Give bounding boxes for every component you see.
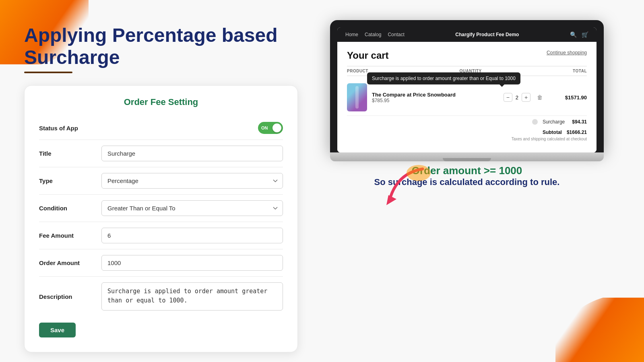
form-card: Order Fee Setting Status of App ON Title… — [24, 85, 298, 352]
condition-row: Condition Greater Than or Equal To Less … — [39, 195, 283, 222]
order-amount-input[interactable] — [101, 255, 283, 271]
cart-title: Your cart — [347, 50, 389, 61]
cart-area: Your cart Continue shopping PRODUCT QUAN… — [337, 42, 597, 152]
surcharge-tooltip: Surcharge is applied to order amount gre… — [367, 72, 520, 84]
col-product: PRODUCT — [347, 69, 368, 73]
trash-icon[interactable]: 🗑 — [537, 94, 543, 101]
type-select[interactable]: Percentage Fixed — [101, 173, 283, 189]
product-price: $785.95 — [372, 98, 487, 103]
surcharge-amount: $94.31 — [572, 119, 587, 125]
status-toggle[interactable]: ON — [258, 122, 283, 134]
description-label: Description — [39, 293, 101, 300]
subtotal-row: Subtotal $1666.21 — [347, 128, 587, 137]
svg-marker-0 — [386, 195, 396, 205]
nav-contact[interactable]: Contact — [388, 32, 404, 37]
status-label: Status of App — [39, 125, 258, 132]
surcharge-summary-row: Surcharge $94.31 — [347, 116, 587, 128]
surcharge-dot — [532, 119, 538, 125]
status-row: Status of App ON — [39, 116, 283, 140]
continue-shopping-link[interactable]: Continue shopping — [547, 50, 587, 56]
surcharge-label: Surcharge — [543, 119, 565, 125]
type-field-label: Type — [39, 177, 101, 184]
left-panel: Applying Percentage based Surcharge Orde… — [24, 16, 298, 346]
laptop-base — [330, 152, 604, 161]
toggle-thumb — [272, 123, 281, 132]
arrow-decoration — [366, 161, 431, 211]
store-nav: Home Catalog Contact Chargify Product Fe… — [337, 27, 597, 42]
subtotal-label: Subtotal — [543, 130, 562, 135]
cart-icon[interactable]: 🛒 — [582, 31, 588, 38]
subtotal-amount: $1666.21 — [567, 130, 587, 135]
cart-title-row: Your cart Continue shopping — [347, 50, 587, 61]
qty-controls: − 2 + 🗑 — [504, 93, 543, 102]
product-info: The Compare at Price Snowboard $785.95 — [372, 92, 487, 103]
qty-increase-btn[interactable]: + — [522, 93, 530, 102]
laptop-screen-inner: Home Catalog Contact Chargify Product Fe… — [337, 27, 597, 152]
product-name: The Compare at Price Snowboard — [372, 92, 487, 98]
fee-amount-row: Fee Amount — [39, 222, 283, 249]
search-icon[interactable]: 🔍 — [570, 31, 577, 38]
store-brand: Chargify Product Fee Demo — [455, 32, 519, 37]
title-row: Title — [39, 140, 283, 167]
title-field-label: Title — [39, 150, 101, 157]
item-total: $1571.90 — [559, 95, 587, 101]
condition-field-label: Condition — [39, 205, 101, 212]
tax-text: Taxes and shipping calculated at checkou… — [347, 137, 587, 144]
save-button[interactable]: Save — [39, 323, 76, 337]
laptop-mockup: Home Catalog Contact Chargify Product Fe… — [330, 20, 604, 161]
right-panel: Home Catalog Contact Chargify Product Fe… — [314, 16, 620, 346]
order-amount-label: Order Amount — [39, 259, 101, 266]
condition-select[interactable]: Greater Than or Equal To Less Than Equal… — [101, 200, 283, 216]
description-row: Description Surcharge is applied to orde… — [39, 277, 283, 316]
description-textarea[interactable]: Surcharge is applied to order amount gre… — [101, 282, 283, 311]
toggle-on-text: ON — [261, 125, 268, 130]
svg-point-1 — [407, 165, 431, 181]
title-input[interactable] — [101, 146, 283, 161]
type-row: Type Percentage Fixed — [39, 167, 283, 195]
qty-value: 2 — [516, 95, 518, 101]
fee-amount-input[interactable] — [101, 228, 283, 243]
order-amount-row: Order Amount — [39, 249, 283, 277]
cart-item: The Compare at Price Snowboard $785.95 −… — [347, 79, 587, 116]
fee-amount-label: Fee Amount — [39, 232, 101, 239]
col-total: TOTAL — [573, 69, 587, 73]
form-card-title: Order Fee Setting — [39, 97, 283, 107]
laptop-screen-outer: Home Catalog Contact Chargify Product Fe… — [330, 20, 604, 152]
nav-catalog[interactable]: Catalog — [365, 32, 381, 37]
title-underline — [24, 72, 72, 73]
qty-decrease-btn[interactable]: − — [504, 93, 512, 102]
product-image — [347, 83, 367, 111]
page-title: Applying Percentage based Surcharge — [24, 24, 298, 68]
nav-home[interactable]: Home — [345, 32, 358, 37]
nav-icons: 🔍 🛒 — [570, 31, 588, 38]
